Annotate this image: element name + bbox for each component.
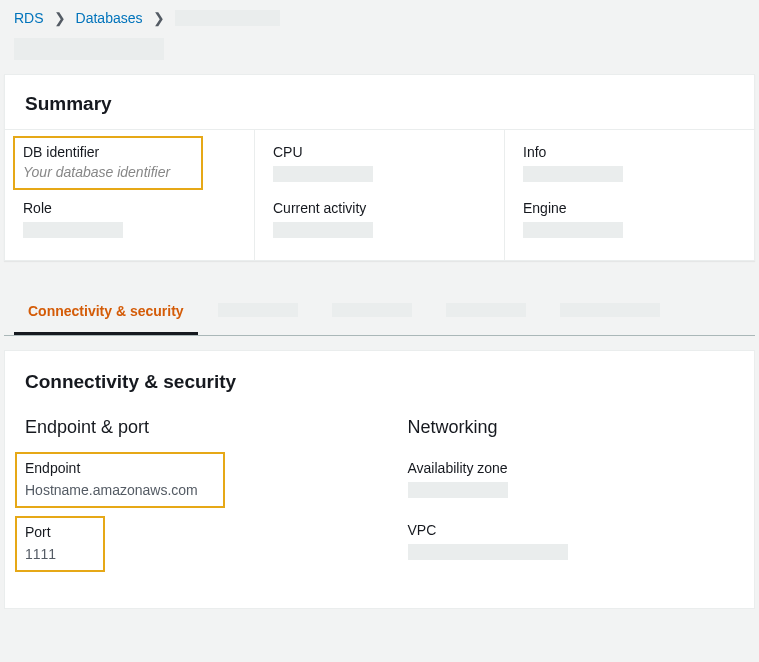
role-field: Role <box>23 200 236 238</box>
summary-col-2: CPU Current activity <box>255 130 505 260</box>
connectivity-panel: Connectivity & security Endpoint & port … <box>4 350 755 609</box>
port-label: Port <box>25 524 95 540</box>
tab-placeholder-5[interactable] <box>546 293 674 335</box>
info-value-placeholder <box>523 166 623 182</box>
port-value: 1111 <box>25 546 95 562</box>
networking-col: Networking Availability zone VPC <box>400 417 743 588</box>
summary-col-1: DB identifier Your database identifier R… <box>5 130 255 260</box>
engine-value-placeholder <box>523 222 623 238</box>
tab-label-placeholder <box>446 303 526 317</box>
chevron-right-icon: ❯ <box>54 10 66 26</box>
endpoint-port-col: Endpoint & port Endpoint Hostname.amazon… <box>17 417 360 588</box>
summary-panel: Summary DB identifier Your database iden… <box>4 74 755 261</box>
tab-label-placeholder <box>218 303 298 317</box>
summary-grid: DB identifier Your database identifier R… <box>5 129 754 260</box>
endpoint-label: Endpoint <box>25 460 215 476</box>
tab-label-placeholder <box>332 303 412 317</box>
vpc-field: VPC <box>408 522 735 560</box>
endpoint-port-heading: Endpoint & port <box>25 417 352 438</box>
connectivity-heading: Connectivity & security <box>5 351 754 417</box>
az-label: Availability zone <box>408 460 735 476</box>
connectivity-columns: Endpoint & port Endpoint Hostname.amazon… <box>5 417 754 608</box>
summary-col-3: Info Engine <box>505 130 754 260</box>
breadcrumb-rds[interactable]: RDS <box>14 10 44 26</box>
breadcrumb-databases[interactable]: Databases <box>76 10 143 26</box>
breadcrumb: RDS ❯ Databases ❯ <box>0 0 759 32</box>
az-field: Availability zone <box>408 460 735 498</box>
breadcrumb-current-placeholder <box>175 10 280 26</box>
activity-field: Current activity <box>273 200 486 238</box>
engine-field: Engine <box>523 200 736 238</box>
activity-value-placeholder <box>273 222 373 238</box>
endpoint-value: Hostname.amazonaws.com <box>25 482 215 498</box>
cpu-field: CPU <box>273 144 486 182</box>
tab-placeholder-4[interactable] <box>432 293 540 335</box>
role-label: Role <box>23 200 236 216</box>
tabs: Connectivity & security <box>4 279 755 336</box>
chevron-right-icon: ❯ <box>153 10 165 26</box>
port-highlight: Port 1111 <box>15 516 105 572</box>
info-label: Info <box>523 144 736 160</box>
vpc-value-placeholder <box>408 544 568 560</box>
cpu-label: CPU <box>273 144 486 160</box>
tab-label-placeholder <box>560 303 660 317</box>
cpu-value-placeholder <box>273 166 373 182</box>
networking-heading: Networking <box>408 417 735 438</box>
endpoint-highlight: Endpoint Hostname.amazonaws.com <box>15 452 225 508</box>
tab-placeholder-3[interactable] <box>318 293 426 335</box>
db-identifier-value: Your database identifier <box>23 164 193 180</box>
info-field: Info <box>523 144 736 182</box>
page-title-placeholder <box>14 38 164 60</box>
summary-heading: Summary <box>5 75 754 129</box>
activity-label: Current activity <box>273 200 486 216</box>
role-value-placeholder <box>23 222 123 238</box>
db-identifier-highlight: DB identifier Your database identifier <box>13 136 203 190</box>
tab-connectivity-security[interactable]: Connectivity & security <box>14 293 198 335</box>
db-identifier-label: DB identifier <box>23 144 193 160</box>
tab-placeholder-2[interactable] <box>204 293 312 335</box>
engine-label: Engine <box>523 200 736 216</box>
az-value-placeholder <box>408 482 508 498</box>
vpc-label: VPC <box>408 522 735 538</box>
